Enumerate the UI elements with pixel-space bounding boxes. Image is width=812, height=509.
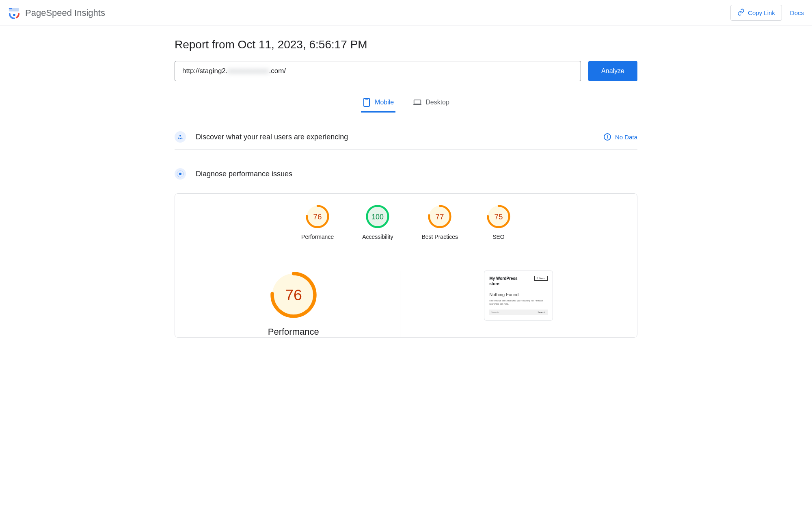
tab-desktop[interactable]: Desktop <box>412 93 451 113</box>
link-icon <box>737 9 745 17</box>
gauge-performance-icon: 76 <box>305 204 330 229</box>
gauge-row: 76 Performance 100 Accessibility 77 B <box>179 204 633 250</box>
gauge-accessibility-label: Accessibility <box>362 234 393 240</box>
gauge-best-practices[interactable]: 77 Best Practices <box>421 204 458 240</box>
copy-link-label: Copy Link <box>748 9 775 16</box>
diagnose-title: Diagnose performance issues <box>196 170 637 178</box>
svg-text:77: 77 <box>436 212 444 221</box>
big-performance-gauge-icon: 76 <box>269 271 318 319</box>
tab-mobile[interactable]: Mobile <box>361 93 395 113</box>
detail-row: 76 Performance My WordPress store ≡ Menu… <box>175 250 637 337</box>
preview-search-button: Search <box>535 310 548 315</box>
logo-area: PageSpeed Insights <box>8 7 105 19</box>
gauge-best-practices-label: Best Practices <box>421 234 458 240</box>
preview-message: It seems we can't find what you're looki… <box>489 299 548 305</box>
url-row: http://staging2.xxxxxxxxxxxx.com/ Analyz… <box>175 61 637 81</box>
svg-text:75: 75 <box>495 212 503 221</box>
tab-mobile-label: Mobile <box>375 99 394 106</box>
tab-desktop-label: Desktop <box>425 99 449 106</box>
svg-point-10 <box>180 138 181 139</box>
preview-search-input: Search … <box>489 310 535 315</box>
gauge-performance[interactable]: 76 Performance <box>301 204 334 240</box>
radar-icon <box>175 168 186 180</box>
header-actions: Copy Link Docs <box>730 5 804 21</box>
gauge-best-practices-icon: 77 <box>428 204 452 229</box>
app-title: PageSpeed Insights <box>25 8 105 18</box>
svg-point-12 <box>179 173 181 175</box>
svg-rect-5 <box>414 100 421 104</box>
gauge-performance-label: Performance <box>301 234 334 240</box>
discover-title: Discover what your real users are experi… <box>196 133 594 141</box>
svg-text:76: 76 <box>285 286 302 303</box>
section-diagnose: Diagnose performance issues <box>175 162 637 186</box>
svg-text:76: 76 <box>313 212 322 221</box>
svg-point-2 <box>13 13 15 16</box>
users-icon <box>175 131 186 143</box>
mobile-icon <box>363 98 371 106</box>
hamburger-icon: ≡ <box>537 277 538 279</box>
main-content: Report from Oct 11, 2023, 6:56:17 PM htt… <box>166 26 646 350</box>
gauge-accessibility[interactable]: 100 Accessibility <box>362 204 393 240</box>
svg-text:100: 100 <box>371 213 384 221</box>
no-data-link[interactable]: i No Data <box>604 133 637 141</box>
docs-link[interactable]: Docs <box>790 9 804 16</box>
preview-site-title: My WordPress store <box>489 276 522 286</box>
preview-search: Search … Search <box>489 310 548 315</box>
svg-point-7 <box>179 135 181 136</box>
analyze-button[interactable]: Analyze <box>588 61 637 81</box>
device-tabs: Mobile Desktop <box>175 93 637 113</box>
detail-left: 76 Performance <box>187 271 400 337</box>
url-input[interactable]: http://staging2.xxxxxxxxxxxx.com/ <box>175 61 581 81</box>
url-prefix: http://staging2. <box>182 67 228 75</box>
section-discover: Discover what your real users are experi… <box>175 125 637 149</box>
desktop-icon <box>413 98 421 106</box>
no-data-label: No Data <box>615 134 637 141</box>
pagespeed-logo-icon <box>8 7 20 19</box>
info-icon: i <box>604 133 611 141</box>
detail-right: My WordPress store ≡ Menu Nothing Found … <box>412 271 625 337</box>
gauge-seo-icon: 75 <box>486 204 511 229</box>
url-redacted: xxxxxxxxxxxx <box>228 67 269 75</box>
url-suffix: .com/ <box>269 67 286 75</box>
preview-menu-button: ≡ Menu <box>534 276 548 281</box>
preview-heading: Nothing Found <box>489 292 548 297</box>
top-header: PageSpeed Insights Copy Link Docs <box>0 0 812 26</box>
copy-link-button[interactable]: Copy Link <box>730 5 782 21</box>
svg-point-9 <box>181 138 183 139</box>
gauge-accessibility-icon: 100 <box>365 204 390 229</box>
report-title: Report from Oct 11, 2023, 6:56:17 PM <box>175 38 637 51</box>
gauge-seo-label: SEO <box>492 234 505 240</box>
screenshot-preview: My WordPress store ≡ Menu Nothing Found … <box>484 271 553 321</box>
svg-rect-1 <box>9 7 12 9</box>
gauge-seo[interactable]: 75 SEO <box>486 204 511 240</box>
svg-point-8 <box>178 138 179 139</box>
diagnosis-card: 76 Performance 100 Accessibility 77 B <box>175 193 637 338</box>
big-performance-label: Performance <box>268 327 319 337</box>
